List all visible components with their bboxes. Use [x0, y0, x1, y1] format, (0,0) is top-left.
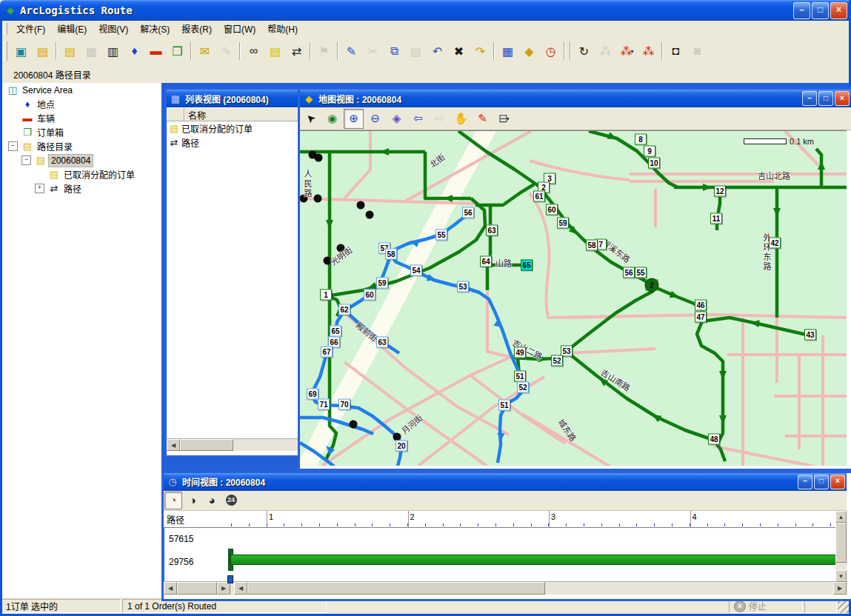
stop-marker-20[interactable]: 20: [396, 441, 407, 452]
select-tool-button[interactable]: ➤: [301, 109, 321, 129]
menu-窗口(W)[interactable]: 窗口(W): [218, 23, 261, 36]
undo-button[interactable]: ↶: [427, 41, 447, 61]
stop-marker-51[interactable]: 51: [514, 371, 526, 382]
stop-marker-43[interactable]: 43: [804, 329, 816, 341]
scroll-left-button[interactable]: ◀: [167, 439, 180, 451]
stop-marker-63[interactable]: 63: [376, 337, 388, 348]
stop-marker-42[interactable]: 42: [769, 238, 781, 249]
copy-button[interactable]: ⧉: [384, 41, 404, 61]
zoom-in-button[interactable]: ⊕: [344, 109, 364, 129]
order-list-button[interactable]: ▤: [265, 41, 285, 61]
sidebar-item-路径目录[interactable]: −▤路径目录: [2, 139, 161, 153]
stop-marker-59[interactable]: 59: [557, 218, 569, 229]
scroll-thumb[interactable]: [180, 439, 233, 451]
stop-marker-11[interactable]: 11: [710, 213, 722, 224]
stop-marker-9[interactable]: 9: [644, 146, 655, 157]
stop-marker-56[interactable]: 56: [623, 267, 635, 278]
stop-marker-12[interactable]: 12: [714, 186, 726, 197]
pan-tool-button[interactable]: ✋: [451, 109, 471, 129]
stop-marker-54[interactable]: 54: [410, 265, 422, 276]
stop-marker-71[interactable]: 71: [318, 399, 330, 410]
map-close-button[interactable]: ×: [835, 91, 850, 106]
stop-marker-69[interactable]: 69: [307, 389, 318, 400]
map-maximize-button[interactable]: □: [818, 91, 833, 106]
new-account-button[interactable]: ▣: [11, 41, 31, 61]
menu-视图(V)[interactable]: 视图(V): [93, 23, 134, 36]
stop-marker-60[interactable]: 60: [364, 289, 376, 301]
close-button[interactable]: ×: [830, 2, 847, 19]
stop-marker-62[interactable]: 62: [338, 304, 350, 315]
map-minimize-button[interactable]: –: [802, 91, 817, 106]
scroll-left-button[interactable]: ◀: [164, 582, 177, 595]
stop-marker-55[interactable]: 55: [635, 267, 647, 278]
vehicles-button[interactable]: ▬: [146, 41, 166, 61]
zoom-full-extent-button[interactable]: ◉: [322, 109, 342, 129]
zoom-selected-button[interactable]: ◈: [387, 109, 407, 129]
expand-icon[interactable]: +: [35, 184, 44, 193]
stop-marker-61[interactable]: 61: [533, 191, 545, 202]
scroll-left-button[interactable]: ◀: [234, 582, 247, 595]
time-close-button[interactable]: ×: [830, 475, 845, 489]
time-view-button[interactable]: ◷: [541, 41, 561, 61]
stop-marker-1[interactable]: 1: [320, 289, 332, 301]
scroll-right-button[interactable]: ▶: [217, 582, 230, 595]
scroll-up-button[interactable]: ▲: [835, 511, 847, 523]
sidebar-item-路径[interactable]: +⇄路径: [2, 181, 161, 195]
menu-解决(S)[interactable]: 解决(S): [134, 23, 176, 36]
routes-button[interactable]: ⇄: [287, 41, 307, 61]
reassign-orders-button[interactable]: ⁂▾: [617, 41, 637, 61]
stop-marker-56[interactable]: 56: [462, 207, 474, 218]
map-view-button[interactable]: ◆: [519, 41, 539, 61]
stop-marker-48[interactable]: 48: [708, 434, 720, 445]
list-header-icon-col[interactable]: [167, 107, 184, 121]
stop-marker-58[interactable]: 58: [385, 249, 397, 260]
route-row-29756[interactable]: 29756: [169, 557, 193, 567]
delete-button[interactable]: ✖: [449, 41, 469, 61]
stop-marker-70[interactable]: 70: [338, 399, 350, 410]
stop-marker-63[interactable]: 63: [486, 225, 498, 236]
sidebar-item-订单箱[interactable]: ❒订单箱: [2, 125, 161, 139]
time-scale-1hr-button[interactable]: ◔: [164, 492, 182, 509]
dropdown-caret-icon[interactable]: ▾: [630, 48, 633, 55]
find-button[interactable]: ∞: [244, 41, 264, 61]
view-back-button[interactable]: ⇦: [408, 109, 428, 129]
time-scale-4hr-button[interactable]: ◑: [184, 492, 201, 509]
lock-button[interactable]: ◘: [666, 41, 686, 61]
save-button[interactable]: ▥: [103, 41, 123, 61]
dropdown-caret-icon[interactable]: ▾: [507, 116, 510, 122]
sidebar-item-已取消分配的订单[interactable]: ▤已取消分配的订单: [2, 167, 161, 181]
scroll-thumb[interactable]: [247, 582, 545, 595]
menu-文件(F)[interactable]: 文件(F): [10, 23, 51, 36]
print-button[interactable]: ⊟▾: [494, 109, 514, 129]
collapse-icon[interactable]: −: [8, 141, 18, 151]
time-view-titlebar[interactable]: ◷ 时间视图 : 20060804 – □ ×: [164, 473, 847, 491]
new-folder-button[interactable]: ▤: [60, 41, 80, 61]
stop-marker-51[interactable]: 51: [498, 400, 510, 411]
time-minimize-button[interactable]: –: [798, 475, 812, 489]
stop-marker-55[interactable]: 55: [435, 230, 447, 241]
stop-marker-60[interactable]: 60: [546, 204, 558, 215]
menu-帮助(H)[interactable]: 帮助(H): [261, 23, 304, 36]
restore-button[interactable]: □: [812, 2, 829, 19]
scroll-thumb[interactable]: [177, 582, 217, 595]
scroll-right-button[interactable]: ▶: [833, 582, 847, 595]
sidebar-item-车辆[interactable]: ▬车辆: [2, 111, 161, 125]
stop-marker-53[interactable]: 53: [457, 281, 469, 292]
stop-marker-10[interactable]: 10: [648, 158, 660, 169]
route-schedule-bar[interactable]: [230, 555, 838, 565]
stop-marker-47[interactable]: 47: [695, 312, 707, 323]
draw-tool-button[interactable]: ✎: [473, 109, 493, 129]
stop-marker-65[interactable]: 65: [521, 260, 533, 271]
time-scale-24hr-button[interactable]: 24: [222, 492, 240, 509]
unassign-orders-button[interactable]: ⁂: [638, 41, 658, 61]
stop-marker-49[interactable]: 49: [514, 347, 526, 358]
scroll-track[interactable]: [835, 563, 847, 570]
collapse-icon[interactable]: −: [21, 155, 31, 165]
order-box-button[interactable]: ❒: [167, 41, 187, 61]
sidebar-item-Service Area[interactable]: ◫Service Area: [2, 83, 161, 97]
open-button[interactable]: ▤: [33, 41, 53, 61]
build-routes-button[interactable]: ↻: [574, 41, 594, 61]
scroll-track[interactable]: [545, 582, 833, 595]
stop-marker-67[interactable]: 67: [321, 346, 333, 358]
map-canvas[interactable]: 2 北街人民路光明街山路智溪东路吉山北路外环东路吉山二路吉山南路城东路月河街殿前…: [300, 130, 847, 466]
